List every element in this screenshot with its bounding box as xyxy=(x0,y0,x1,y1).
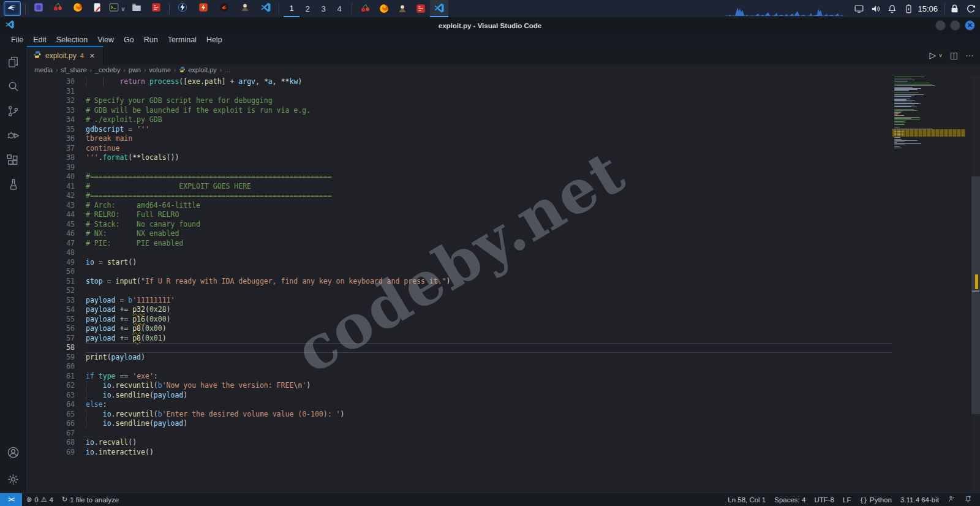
menu-run[interactable]: Run xyxy=(139,34,163,46)
tab-close-icon[interactable]: ✕ xyxy=(88,51,97,61)
line-text[interactable]: io.sendline(payload) xyxy=(86,391,891,401)
breadcrumb-item-sf_share[interactable]: sf_share xyxy=(61,66,86,74)
maximize-button[interactable] xyxy=(950,20,960,31)
line-number[interactable]: 48 xyxy=(27,248,86,258)
minimize-button[interactable] xyxy=(935,20,946,31)
line-text[interactable]: '''.format(**locals()) xyxy=(86,153,891,163)
open-window-vscode[interactable] xyxy=(430,0,448,17)
line-number[interactable]: 55 xyxy=(27,315,86,325)
line-number[interactable]: 59 xyxy=(27,353,86,363)
line-text[interactable]: stop = input("If U R ready with IDA debu… xyxy=(86,277,891,287)
open-window-cherries[interactable] xyxy=(356,0,375,17)
line-number[interactable]: 37 xyxy=(27,144,86,154)
analyze-status[interactable]: ↻ 1 file to analyze xyxy=(58,493,123,506)
menu-edit[interactable]: Edit xyxy=(28,34,51,46)
encoding[interactable]: UTF-8 xyxy=(810,493,839,506)
lock-icon[interactable] xyxy=(949,4,960,14)
menu-view[interactable]: View xyxy=(92,34,119,46)
taskbar-red-dragon-button[interactable] xyxy=(216,1,233,16)
minimap[interactable] xyxy=(892,75,971,493)
line-number[interactable]: 62 xyxy=(27,381,86,391)
line-number[interactable]: 47 xyxy=(27,239,86,249)
open-window-person[interactable] xyxy=(393,0,412,17)
breadcrumb-item-[interactable]: ... xyxy=(225,66,230,74)
line-number[interactable]: 31 xyxy=(27,87,86,97)
activity-testing-button[interactable] xyxy=(0,173,27,198)
clock[interactable]: 15:06 xyxy=(918,4,938,13)
line-number[interactable]: 63 xyxy=(27,391,86,401)
workspace-3[interactable]: 3 xyxy=(315,0,331,17)
run-dropdown-chevron-icon[interactable]: ∨ xyxy=(938,52,943,58)
line-text[interactable]: payload += p8(0x01) xyxy=(86,334,891,344)
line-number[interactable]: 36 xyxy=(27,134,86,144)
line-number[interactable]: 65 xyxy=(27,410,86,420)
line-text[interactable]: io.sendline(payload) xyxy=(86,419,891,429)
line-number[interactable]: 52 xyxy=(27,286,86,296)
line-number[interactable]: 42 xyxy=(27,191,86,201)
line-number[interactable]: 40 xyxy=(27,172,86,182)
line-text[interactable]: # ./exploit.py GDB xyxy=(86,115,891,125)
scrollbar-slider[interactable] xyxy=(971,176,980,414)
line-text[interactable]: gdbscript = ''' xyxy=(86,125,891,135)
taskbar-document-edit-button[interactable] xyxy=(89,1,106,16)
line-number[interactable]: 58 xyxy=(27,343,86,353)
line-text[interactable]: return process([exe.path] + argv, *a, **… xyxy=(86,77,891,87)
line-text[interactable]: # Stack: No canary found xyxy=(86,220,891,230)
taskbar-blue-bolt-button[interactable] xyxy=(174,1,191,16)
line-number[interactable]: 51 xyxy=(27,277,86,287)
line-text[interactable] xyxy=(86,343,891,353)
line-text[interactable]: # Specify your GDB script here for debug… xyxy=(86,96,891,106)
eol-sequence[interactable]: LF xyxy=(839,493,855,506)
vertical-scrollbar[interactable] xyxy=(971,75,980,493)
menu-selection[interactable]: Selection xyxy=(51,34,92,46)
line-number[interactable]: 30 xyxy=(27,77,86,87)
taskbar-vscode-button[interactable] xyxy=(257,1,274,16)
line-text[interactable]: # Arch: amd64-64-little xyxy=(86,201,891,211)
line-text[interactable]: io.interactive() xyxy=(86,448,891,458)
line-text[interactable] xyxy=(86,267,891,277)
line-text[interactable]: # PIE: PIE enabled xyxy=(86,239,891,249)
line-text[interactable] xyxy=(86,87,891,97)
activity-settings-button[interactable] xyxy=(0,468,27,493)
workspace-4[interactable]: 4 xyxy=(331,0,347,17)
taskbar-red-grid-button[interactable] xyxy=(148,1,165,16)
open-window-firefox-app[interactable] xyxy=(375,0,393,17)
line-text[interactable]: # EXPLOIT GOES HERE xyxy=(86,182,891,192)
breadcrumb-item-media[interactable]: media xyxy=(34,66,53,74)
line-number[interactable]: 43 xyxy=(27,201,86,211)
taskbar-terminal-button[interactable]: ∨ xyxy=(108,1,126,16)
line-number[interactable]: 35 xyxy=(27,125,86,135)
line-text[interactable]: if type == 'exe': xyxy=(86,372,891,382)
app-launcher-button[interactable] xyxy=(4,1,21,16)
split-editor-button[interactable]: ◫ xyxy=(950,50,958,60)
workspace-2[interactable]: 2 xyxy=(300,0,315,17)
menu-go[interactable]: Go xyxy=(119,34,139,46)
open-window-red-grid[interactable] xyxy=(412,0,430,17)
taskbar-file-manager-button[interactable] xyxy=(128,1,145,16)
line-number[interactable]: 50 xyxy=(27,267,86,277)
line-text[interactable]: payload += p32(0x28) xyxy=(86,305,891,315)
close-button[interactable]: ✕ xyxy=(965,20,975,31)
line-text[interactable]: tbreak main xyxy=(86,134,891,144)
line-text[interactable]: # RELRO: Full RELRO xyxy=(86,210,891,220)
remote-indicator[interactable]: >< xyxy=(0,493,22,506)
line-text[interactable]: payload += p16(0x00) xyxy=(86,315,891,325)
more-actions-button[interactable]: ··· xyxy=(965,50,974,60)
line-number[interactable]: 38 xyxy=(27,153,86,163)
line-number[interactable]: 68 xyxy=(27,438,86,448)
code-editor[interactable]: 30 return process([exe.path] + argv, *a,… xyxy=(27,75,980,493)
line-text[interactable]: payload += p8(0x00) xyxy=(86,324,891,334)
taskbar-purple-app-button[interactable] xyxy=(30,1,47,16)
activity-source-control-button[interactable] xyxy=(0,100,27,124)
notifications-bell[interactable] xyxy=(960,493,976,506)
line-text[interactable]: io.recvuntil(b'Now you have the version:… xyxy=(86,381,891,391)
breadcrumb-item-volume[interactable]: volume xyxy=(149,66,170,74)
line-number[interactable]: 67 xyxy=(27,429,86,439)
line-number[interactable]: 34 xyxy=(27,115,86,125)
line-number[interactable]: 57 xyxy=(27,334,86,344)
line-text[interactable]: # NX: NX enabled xyxy=(86,229,891,239)
line-text[interactable]: #=======================================… xyxy=(86,191,891,201)
breadcrumb-item-_codeby[interactable]: _codeby xyxy=(95,66,121,74)
display-icon[interactable] xyxy=(854,4,864,14)
line-number[interactable]: 44 xyxy=(27,210,86,220)
